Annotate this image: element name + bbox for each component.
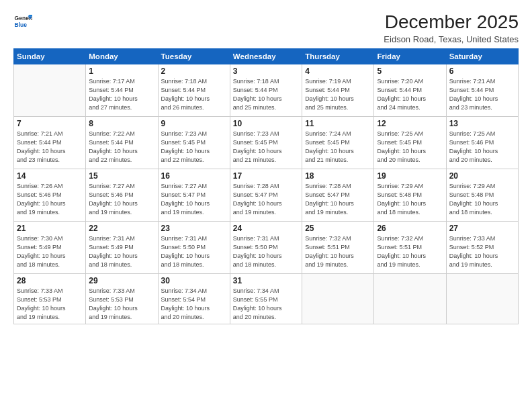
day-number: 16 [161,171,227,181]
calendar-cell: 22Sunrise: 7:31 AM Sunset: 5:49 PM Dayli… [86,221,158,273]
page: General Blue December 2025 Eidson Road, … [0,0,532,411]
calendar-cell: 4Sunrise: 7:19 AM Sunset: 5:44 PM Daylig… [302,64,374,116]
day-number: 13 [449,119,515,128]
day-number: 8 [89,119,154,128]
calendar-cell: 2Sunrise: 7:18 AM Sunset: 5:44 PM Daylig… [158,64,230,116]
col-thursday: Thursday [302,48,374,64]
day-number: 29 [89,276,154,285]
day-info: Sunrise: 7:31 AM Sunset: 5:50 PM Dayligh… [233,234,299,269]
day-info: Sunrise: 7:25 AM Sunset: 5:46 PM Dayligh… [449,130,515,165]
calendar-cell: 24Sunrise: 7:31 AM Sunset: 5:50 PM Dayli… [230,221,302,273]
calendar-cell: 3Sunrise: 7:18 AM Sunset: 5:44 PM Daylig… [230,64,302,116]
day-info: Sunrise: 7:29 AM Sunset: 5:48 PM Dayligh… [449,182,515,217]
col-monday: Monday [86,48,158,64]
day-number: 4 [305,66,371,76]
day-info: Sunrise: 7:23 AM Sunset: 5:45 PM Dayligh… [233,130,299,165]
calendar-cell: 14Sunrise: 7:26 AM Sunset: 5:46 PM Dayli… [14,169,86,221]
day-number: 9 [161,119,227,128]
calendar-cell: 1Sunrise: 7:17 AM Sunset: 5:44 PM Daylig… [86,64,158,116]
calendar-cell: 23Sunrise: 7:31 AM Sunset: 5:50 PM Dayli… [158,221,230,273]
calendar-week-3: 14Sunrise: 7:26 AM Sunset: 5:46 PM Dayli… [14,169,519,221]
calendar-week-1: 1Sunrise: 7:17 AM Sunset: 5:44 PM Daylig… [14,64,519,116]
day-info: Sunrise: 7:24 AM Sunset: 5:45 PM Dayligh… [305,130,371,165]
day-info: Sunrise: 7:29 AM Sunset: 5:48 PM Dayligh… [377,182,443,217]
day-info: Sunrise: 7:33 AM Sunset: 5:52 PM Dayligh… [449,234,515,269]
calendar-cell: 11Sunrise: 7:24 AM Sunset: 5:45 PM Dayli… [302,116,374,169]
day-number: 30 [161,276,227,285]
day-number: 31 [233,276,299,285]
day-info: Sunrise: 7:28 AM Sunset: 5:47 PM Dayligh… [233,182,299,217]
calendar-cell [14,64,86,116]
calendar-cell: 27Sunrise: 7:33 AM Sunset: 5:52 PM Dayli… [446,221,518,273]
col-friday: Friday [374,48,446,64]
day-info: Sunrise: 7:34 AM Sunset: 5:54 PM Dayligh… [161,287,227,322]
day-number: 11 [305,119,371,128]
day-number: 17 [233,171,299,181]
logo: General Blue [13,12,34,31]
day-number: 23 [161,224,227,233]
day-number: 3 [233,66,299,76]
calendar-cell: 12Sunrise: 7:25 AM Sunset: 5:45 PM Dayli… [374,116,446,169]
day-info: Sunrise: 7:21 AM Sunset: 5:44 PM Dayligh… [449,77,515,112]
calendar-cell: 20Sunrise: 7:29 AM Sunset: 5:48 PM Dayli… [446,169,518,221]
day-info: Sunrise: 7:20 AM Sunset: 5:44 PM Dayligh… [377,77,443,112]
calendar-cell: 17Sunrise: 7:28 AM Sunset: 5:47 PM Dayli… [230,169,302,221]
calendar-week-4: 21Sunrise: 7:30 AM Sunset: 5:49 PM Dayli… [14,221,519,273]
calendar-cell [446,273,518,324]
calendar-cell [302,273,374,324]
main-title: December 2025 [384,12,519,33]
day-info: Sunrise: 7:30 AM Sunset: 5:49 PM Dayligh… [17,234,83,269]
svg-text:Blue: Blue [15,21,28,28]
calendar-cell: 10Sunrise: 7:23 AM Sunset: 5:45 PM Dayli… [230,116,302,169]
day-number: 1 [89,66,154,76]
calendar-week-2: 7Sunrise: 7:21 AM Sunset: 5:44 PM Daylig… [14,116,519,169]
calendar-cell: 15Sunrise: 7:27 AM Sunset: 5:46 PM Dayli… [86,169,158,221]
day-info: Sunrise: 7:31 AM Sunset: 5:49 PM Dayligh… [89,234,154,269]
col-wednesday: Wednesday [230,48,302,64]
day-number: 19 [377,171,443,181]
day-number: 10 [233,119,299,128]
calendar-cell: 26Sunrise: 7:32 AM Sunset: 5:51 PM Dayli… [374,221,446,273]
calendar-cell: 21Sunrise: 7:30 AM Sunset: 5:49 PM Dayli… [14,221,86,273]
day-info: Sunrise: 7:32 AM Sunset: 5:51 PM Dayligh… [305,234,371,269]
day-number: 2 [161,66,227,76]
calendar-cell: 30Sunrise: 7:34 AM Sunset: 5:54 PM Dayli… [158,273,230,324]
header-row: Sunday Monday Tuesday Wednesday Thursday… [14,48,519,64]
day-number: 7 [17,119,83,128]
day-info: Sunrise: 7:33 AM Sunset: 5:53 PM Dayligh… [17,287,83,322]
calendar-cell: 18Sunrise: 7:28 AM Sunset: 5:47 PM Dayli… [302,169,374,221]
day-info: Sunrise: 7:21 AM Sunset: 5:44 PM Dayligh… [17,130,83,165]
calendar-cell: 19Sunrise: 7:29 AM Sunset: 5:48 PM Dayli… [374,169,446,221]
day-number: 6 [449,66,515,76]
calendar-cell: 8Sunrise: 7:22 AM Sunset: 5:44 PM Daylig… [86,116,158,169]
day-info: Sunrise: 7:26 AM Sunset: 5:46 PM Dayligh… [17,182,83,217]
header: General Blue December 2025 Eidson Road, … [13,12,519,44]
calendar-cell: 9Sunrise: 7:23 AM Sunset: 5:45 PM Daylig… [158,116,230,169]
day-info: Sunrise: 7:17 AM Sunset: 5:44 PM Dayligh… [89,77,154,112]
day-info: Sunrise: 7:18 AM Sunset: 5:44 PM Dayligh… [233,77,299,112]
day-number: 25 [305,224,371,233]
day-info: Sunrise: 7:31 AM Sunset: 5:50 PM Dayligh… [161,234,227,269]
calendar-week-5: 28Sunrise: 7:33 AM Sunset: 5:53 PM Dayli… [14,273,519,324]
day-info: Sunrise: 7:32 AM Sunset: 5:51 PM Dayligh… [377,234,443,269]
calendar-cell [374,273,446,324]
day-info: Sunrise: 7:22 AM Sunset: 5:44 PM Dayligh… [89,130,154,165]
day-number: 14 [17,171,83,181]
day-info: Sunrise: 7:27 AM Sunset: 5:46 PM Dayligh… [89,182,154,217]
day-number: 28 [17,276,83,285]
calendar-table: Sunday Monday Tuesday Wednesday Thursday… [13,48,519,324]
col-sunday: Sunday [14,48,86,64]
calendar-cell: 5Sunrise: 7:20 AM Sunset: 5:44 PM Daylig… [374,64,446,116]
day-number: 22 [89,224,154,233]
logo-icon: General Blue [13,12,32,31]
day-number: 26 [377,224,443,233]
day-info: Sunrise: 7:25 AM Sunset: 5:45 PM Dayligh… [377,130,443,165]
day-number: 5 [377,66,443,76]
day-info: Sunrise: 7:28 AM Sunset: 5:47 PM Dayligh… [305,182,371,217]
calendar-cell: 6Sunrise: 7:21 AM Sunset: 5:44 PM Daylig… [446,64,518,116]
calendar-cell: 31Sunrise: 7:34 AM Sunset: 5:55 PM Dayli… [230,273,302,324]
day-number: 18 [305,171,371,181]
calendar-cell: 16Sunrise: 7:27 AM Sunset: 5:47 PM Dayli… [158,169,230,221]
day-info: Sunrise: 7:27 AM Sunset: 5:47 PM Dayligh… [161,182,227,217]
calendar-cell: 29Sunrise: 7:33 AM Sunset: 5:53 PM Dayli… [86,273,158,324]
